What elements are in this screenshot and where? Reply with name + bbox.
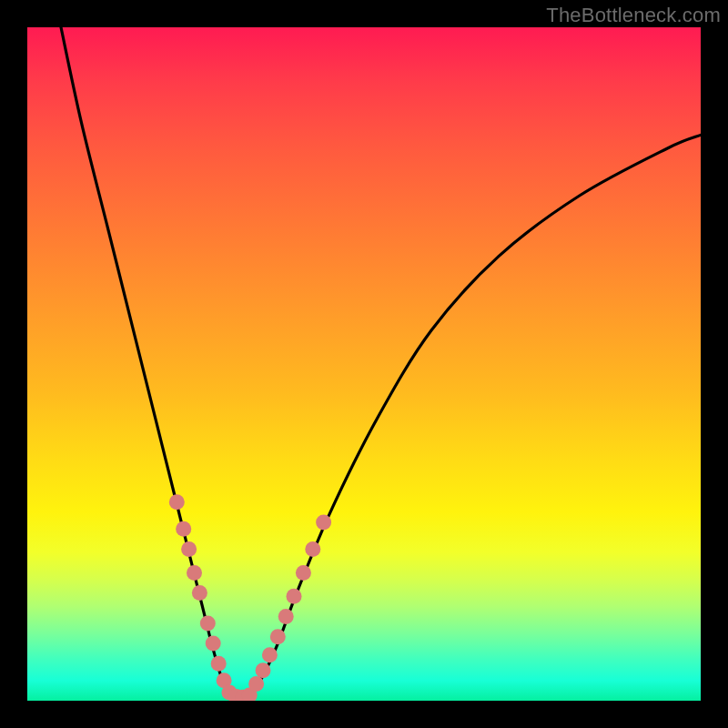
marker-dot (169, 494, 185, 510)
marker-dot (192, 585, 207, 601)
bottleneck-curve (61, 27, 701, 699)
plot-area (27, 27, 701, 701)
bottleneck-svg (27, 27, 701, 701)
marker-dot (181, 541, 197, 557)
marker-dot (248, 676, 264, 692)
marker-dot (296, 565, 311, 581)
marker-dot (316, 514, 331, 530)
marker-dot (287, 589, 302, 604)
marker-dot (305, 541, 320, 557)
marker-dot (256, 662, 271, 678)
marker-dot (206, 636, 221, 652)
marker-dot (187, 565, 202, 581)
watermark-text: TheBottleneck.com (546, 4, 721, 27)
marker-dot (270, 629, 286, 644)
marker-dot (278, 609, 294, 624)
chart-frame: TheBottleneck.com (0, 0, 728, 728)
marker-dot (262, 647, 278, 662)
marker-dot (211, 656, 227, 672)
marker-dot (200, 615, 216, 631)
marker-dot (176, 521, 191, 537)
marker-cluster-left (169, 494, 258, 701)
